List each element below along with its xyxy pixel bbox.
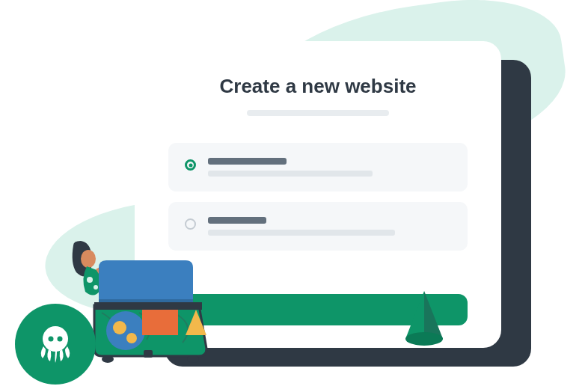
svg-point-8 (126, 333, 137, 343)
svg-point-7 (113, 321, 126, 334)
subtitle-skeleton (247, 110, 389, 116)
svg-rect-10 (144, 350, 153, 358)
option-2-desc-skeleton (208, 230, 395, 236)
cone-decoration (402, 291, 446, 351)
option-2-title-skeleton (208, 217, 266, 224)
card-title: Create a new website (220, 75, 417, 98)
svg-point-11 (102, 355, 114, 363)
logo-badge (15, 304, 96, 385)
svg-point-0 (405, 332, 443, 346)
svg-rect-9 (142, 310, 178, 335)
svg-point-2 (87, 277, 93, 283)
option-1-content (208, 158, 451, 177)
svg-point-12 (187, 355, 199, 363)
svg-point-15 (58, 337, 63, 342)
radio-option-1[interactable] (185, 159, 196, 171)
option-1-desc-skeleton (208, 171, 373, 177)
svg-rect-5 (94, 302, 202, 310)
option-2-content (208, 217, 451, 236)
svg-point-14 (49, 337, 54, 342)
octopus-icon (32, 321, 79, 367)
option-1-title-skeleton (208, 158, 287, 165)
svg-point-1 (81, 250, 96, 268)
option-1[interactable] (168, 143, 468, 192)
svg-point-3 (94, 285, 98, 290)
svg-point-13 (43, 326, 68, 352)
